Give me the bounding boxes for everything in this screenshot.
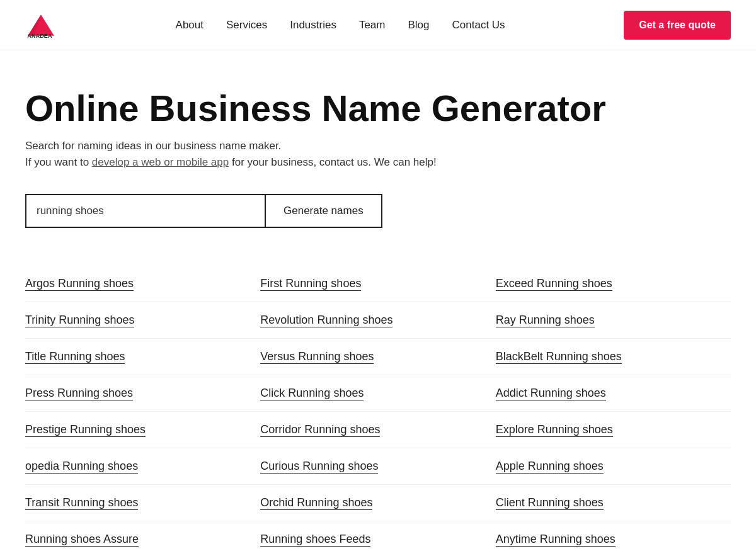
nav-contact[interactable]: Contact Us [452,19,505,31]
list-item: Versus Running shoes [260,339,495,375]
name-link[interactable]: Click Running shoes [260,387,364,400]
name-link[interactable]: Versus Running shoes [260,350,374,364]
list-item: BlackBelt Running shoes [496,339,731,375]
dev-link[interactable]: develop a web or mobile app [92,156,229,168]
name-link[interactable]: Press Running shoes [25,387,133,400]
name-link[interactable]: Trinity Running shoes [25,314,134,327]
search-area: Generate names [25,194,731,228]
list-item: Revolution Running shoes [260,302,495,339]
nav-industries[interactable]: Industries [290,19,336,31]
list-item: Addict Running shoes [496,375,731,412]
list-item: Press Running shoes [25,375,260,412]
nav-services[interactable]: Services [226,19,267,31]
name-link[interactable]: Title Running shoes [25,350,125,364]
name-link[interactable]: Exceed Running shoes [496,277,612,291]
name-link[interactable]: Client Running shoes [496,496,604,510]
page-title: Online Business Name Generator [25,88,731,128]
name-link[interactable]: Argos Running shoes [25,277,134,291]
list-item: Argos Running shoes [25,266,260,302]
logo-link[interactable]: ANADEA [25,9,57,41]
list-item: Client Running shoes [496,485,731,521]
name-link[interactable]: Corridor Running shoes [260,423,380,437]
list-item: Running shoes Feeds [260,521,495,556]
search-input[interactable] [25,194,265,228]
generate-button[interactable]: Generate names [265,194,382,228]
list-item: Anytime Running shoes [496,521,731,556]
list-item: First Running shoes [260,266,495,302]
subtitle-link-suffix: for your business, contact us. We can he… [232,156,437,168]
names-column-2: First Running shoes Revolution Running s… [260,266,495,556]
name-link[interactable]: Curious Running shoes [260,460,378,474]
nav-about[interactable]: About [176,19,203,31]
nav-team[interactable]: Team [359,19,386,31]
subtitle-text: Search for naming ideas in our business … [25,140,731,152]
name-link[interactable]: Running shoes Feeds [260,533,370,547]
main-content: Online Business Name Generator Search fo… [0,50,756,556]
name-link[interactable]: Addict Running shoes [496,387,606,400]
subtitle-link-line: If you want to develop a web or mobile a… [25,156,731,169]
list-item: Transit Running shoes [25,485,260,521]
name-link[interactable]: Prestige Running shoes [25,423,146,437]
list-item: Prestige Running shoes [25,412,260,448]
list-item: Trinity Running shoes [25,302,260,339]
cta-button[interactable]: Get a free quote [624,11,731,40]
name-link[interactable]: Apple Running shoes [496,460,604,474]
name-link[interactable]: Revolution Running shoes [260,314,392,327]
name-link[interactable]: Ray Running shoes [496,314,595,327]
main-nav: About Services Industries Team Blog Cont… [176,19,505,31]
list-item: Running shoes Assure [25,521,260,556]
name-link[interactable]: First Running shoes [260,277,361,291]
name-link[interactable]: opedia Running shoes [25,460,138,474]
list-item: Title Running shoes [25,339,260,375]
names-grid: Argos Running shoes Trinity Running shoe… [25,266,731,556]
name-link[interactable]: Transit Running shoes [25,496,138,510]
name-link[interactable]: Anytime Running shoes [496,533,616,547]
names-column-3: Exceed Running shoes Ray Running shoes B… [496,266,731,556]
list-item: Ray Running shoes [496,302,731,339]
list-item: Apple Running shoes [496,448,731,485]
list-item: Exceed Running shoes [496,266,731,302]
logo-icon: ANADEA [25,9,57,41]
name-link[interactable]: BlackBelt Running shoes [496,350,622,364]
list-item: Corridor Running shoes [260,412,495,448]
nav-blog[interactable]: Blog [408,19,429,31]
name-link[interactable]: Explore Running shoes [496,423,613,437]
svg-text:ANADEA: ANADEA [27,33,52,39]
list-item: Orchid Running shoes [260,485,495,521]
site-header: ANADEA About Services Industries Team Bl… [0,0,756,50]
list-item: opedia Running shoes [25,448,260,485]
name-link[interactable]: Running shoes Assure [25,533,139,547]
list-item: Curious Running shoes [260,448,495,485]
names-column-1: Argos Running shoes Trinity Running shoe… [25,266,260,556]
list-item: Explore Running shoes [496,412,731,448]
list-item: Click Running shoes [260,375,495,412]
name-link[interactable]: Orchid Running shoes [260,496,372,510]
